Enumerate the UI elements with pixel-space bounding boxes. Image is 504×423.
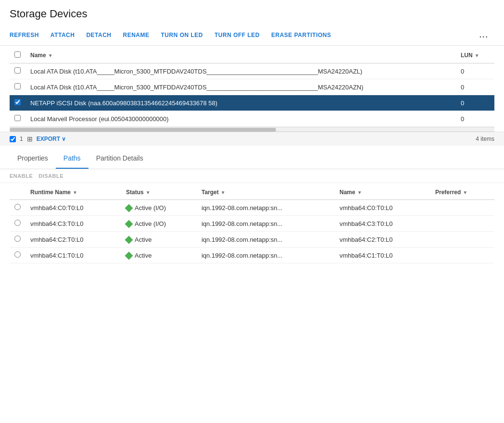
paths-table-row[interactable]: vmhba64:C2:T0:L0Activeiqn.1992-08.com.ne…: [10, 232, 494, 248]
runtime-name-header: Runtime Name ▼: [25, 185, 121, 200]
paths-table-row[interactable]: vmhba64:C0:T0:L0Active (I/O)iqn.1992-08.…: [10, 200, 494, 216]
bottom-bar: 1 ⊞ EXPORT ∨ 4 items: [0, 132, 504, 146]
name-column-header: Name ▼: [25, 48, 456, 63]
path-name-cell: vmhba64:C2:T0:L0: [335, 232, 430, 248]
status-text: Active (I/O): [135, 220, 166, 227]
path-radio-cell: [10, 232, 25, 248]
disable-button[interactable]: DISABLE: [38, 173, 63, 179]
paths-table-container: Runtime Name ▼ Status ▼ Target ▼: [0, 183, 504, 263]
tab-paths[interactable]: Paths: [56, 149, 88, 169]
target-filter-icon[interactable]: ▼: [221, 190, 226, 195]
runtime-name-cell: vmhba64:C3:T0:L0: [25, 216, 121, 232]
path-radio-cell: [10, 200, 25, 216]
rename-button[interactable]: RENAME: [117, 30, 155, 40]
path-radio-cell: [10, 248, 25, 263]
tab-partition-details[interactable]: Partition Details: [88, 149, 151, 169]
row-checkbox[interactable]: [14, 99, 21, 105]
erase-partitions-button[interactable]: ERASE PARTITIONS: [265, 30, 337, 40]
turn-off-led-button[interactable]: TURN OFF LED: [209, 30, 265, 40]
turn-on-led-button[interactable]: TURN ON LED: [155, 30, 209, 40]
target-cell: iqn.1992-08.com.netapp:sn...: [197, 216, 335, 232]
lun-cell: 0: [456, 111, 494, 127]
selected-indicator-checkbox[interactable]: [10, 136, 16, 142]
lun-col-label: LUN: [461, 52, 473, 59]
preferred-cell: [430, 232, 494, 248]
table-row[interactable]: Local ATA Disk (t10.ATA_____Micron_5300_…: [10, 79, 494, 95]
path-radio[interactable]: [14, 220, 21, 226]
lun-cell: 0: [456, 79, 494, 95]
lun-cell: 0: [456, 63, 494, 79]
select-all-header: [10, 48, 25, 63]
path-name-cell: vmhba64:C0:T0:L0: [335, 200, 430, 216]
preferred-cell: [430, 200, 494, 216]
path-radio[interactable]: [14, 204, 21, 210]
table-row[interactable]: Local ATA Disk (t10.ATA_____Micron_5300_…: [10, 63, 494, 79]
row-checkbox-cell: [10, 111, 25, 127]
status-dot-icon: [125, 220, 133, 228]
refresh-button[interactable]: REFRESH: [10, 30, 45, 40]
paths-name-filter-icon[interactable]: ▼: [357, 190, 362, 195]
table-row[interactable]: NETAPP iSCSI Disk (naa.600a0980383135466…: [10, 95, 494, 111]
preferred-filter-icon[interactable]: ▼: [463, 190, 467, 195]
storage-devices-table: Name ▼ LUN ▼ Local ATA Disk (t10.ATA____…: [10, 48, 494, 127]
row-checkbox[interactable]: [14, 115, 21, 121]
attach-button[interactable]: ATTACH: [45, 30, 81, 40]
status-dot-icon: [125, 204, 133, 212]
status-cell: Active: [121, 232, 197, 248]
status-cell: Active: [121, 248, 197, 263]
device-name-cell: Local ATA Disk (t10.ATA_____Micron_5300_…: [25, 63, 456, 79]
runtime-name-filter-icon[interactable]: ▼: [73, 190, 77, 195]
path-radio-cell: [10, 216, 25, 232]
selected-count-value: 1: [20, 136, 23, 142]
status-cell: Active (I/O): [121, 200, 197, 216]
name-filter-icon[interactable]: ▼: [48, 53, 53, 58]
select-all-checkbox[interactable]: [14, 51, 21, 58]
name-header: Name ▼: [335, 185, 430, 200]
preferred-cell: [430, 216, 494, 232]
path-name-cell: vmhba64:C1:T0:L0: [335, 248, 430, 263]
main-toolbar: REFRESH ATTACH DETACH RENAME TURN ON LED…: [0, 25, 504, 46]
target-col-label: Target: [202, 189, 219, 196]
row-checkbox[interactable]: [14, 67, 21, 74]
status-cell: Active (I/O): [121, 216, 197, 232]
status-dot-icon: [125, 251, 133, 260]
path-radio[interactable]: [14, 251, 21, 258]
device-name-cell: Local ATA Disk (t10.ATA_____Micron_5300_…: [25, 79, 456, 95]
item-count: 4 items: [476, 136, 494, 142]
path-radio[interactable]: [14, 236, 21, 242]
more-actions-button[interactable]: ...: [474, 29, 494, 41]
runtime-name-cell: vmhba64:C2:T0:L0: [25, 232, 121, 248]
device-name-cell: Local Marvell Processor (eui.00504300000…: [25, 111, 456, 127]
target-cell: iqn.1992-08.com.netapp:sn...: [197, 232, 335, 248]
status-col-label: Status: [126, 189, 144, 196]
target-cell: iqn.1992-08.com.netapp:sn...: [197, 200, 335, 216]
row-checkbox-cell: [10, 95, 25, 111]
lun-filter-icon[interactable]: ▼: [475, 53, 479, 58]
enable-button[interactable]: ENABLE: [10, 173, 33, 179]
page-title: Storage Devices: [0, 0, 504, 25]
selected-count: 1: [20, 136, 23, 142]
row-checkbox[interactable]: [14, 83, 21, 89]
paths-table-row[interactable]: vmhba64:C3:T0:L0Active (I/O)iqn.1992-08.…: [10, 216, 494, 232]
status-text: Active: [135, 236, 151, 243]
lun-cell: 0: [456, 95, 494, 111]
preferred-header: Preferred ▼: [430, 185, 494, 200]
row-checkbox-cell: [10, 79, 25, 95]
target-header: Target ▼: [197, 185, 335, 200]
main-table-scrollbar[interactable]: [10, 127, 494, 132]
target-cell: iqn.1992-08.com.netapp:sn...: [197, 248, 335, 263]
runtime-name-col-label: Runtime Name: [30, 189, 71, 196]
status-filter-icon[interactable]: ▼: [146, 190, 151, 195]
device-name-cell: NETAPP iSCSI Disk (naa.600a0980383135466…: [25, 95, 456, 111]
path-name-cell: vmhba64:C3:T0:L0: [335, 216, 430, 232]
paths-table-row[interactable]: vmhba64:C1:T0:L0Activeiqn.1992-08.com.ne…: [10, 248, 494, 263]
table-row[interactable]: Local Marvell Processor (eui.00504300000…: [10, 111, 494, 127]
export-button[interactable]: EXPORT ∨: [37, 136, 66, 142]
paths-name-col-label: Name: [340, 189, 355, 196]
columns-icon[interactable]: ⊞: [27, 135, 33, 143]
detach-button[interactable]: DETACH: [80, 30, 117, 40]
paths-radio-header: [10, 185, 25, 200]
tab-properties[interactable]: Properties: [10, 149, 56, 169]
row-checkbox-cell: [10, 63, 25, 79]
preferred-col-label: Preferred: [435, 189, 461, 196]
